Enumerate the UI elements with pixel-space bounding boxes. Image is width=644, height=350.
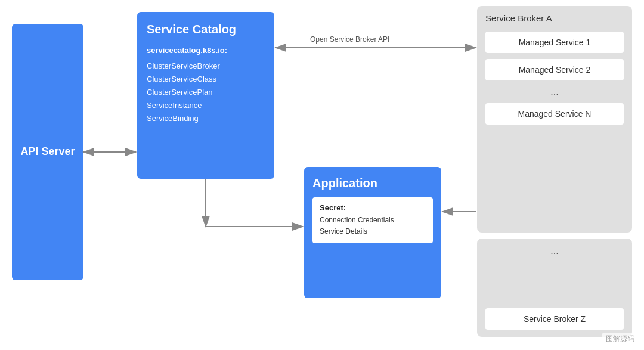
catalog-item-2: ClusterServiceClass xyxy=(147,73,265,86)
service-broker-a-area: Service Broker A Managed Service 1 Manag… xyxy=(477,6,632,233)
managed-service-dots: ... xyxy=(485,86,624,97)
service-catalog-items: ClusterServiceBroker ClusterServiceClass… xyxy=(147,60,265,125)
api-server-box: API Server xyxy=(12,24,83,280)
broker-bottom-dots: ... xyxy=(485,246,624,256)
secret-label: Secret: xyxy=(320,203,426,212)
secret-item-1: Connection Credentials xyxy=(320,215,426,226)
catalog-item-3: ClusterServicePlan xyxy=(147,86,265,99)
catalog-item-4: ServiceInstance xyxy=(147,99,265,112)
broker-bottom-area: ... Service Broker Z xyxy=(477,239,632,337)
catalog-item-5: ServiceBinding xyxy=(147,112,265,125)
application-title: Application xyxy=(312,176,433,190)
secret-items: Connection Credentials Service Details xyxy=(320,215,426,237)
application-box: Application Secret: Connection Credentia… xyxy=(304,167,441,298)
managed-service-2: Managed Service 2 xyxy=(485,59,624,80)
service-broker-a-title: Service Broker A xyxy=(485,13,624,23)
open-service-broker-label: Open Service Broker API xyxy=(310,35,389,44)
managed-service-n: Managed Service N xyxy=(485,103,624,125)
managed-service-1: Managed Service 1 xyxy=(485,32,624,53)
diagram-container: API Server Service Catalog servicecatalo… xyxy=(0,0,644,350)
catalog-item-1: ClusterServiceBroker xyxy=(147,60,265,73)
service-catalog-box: Service Catalog servicecatalog.k8s.io: C… xyxy=(137,12,274,179)
api-server-label: API Server xyxy=(20,145,75,159)
watermark: 图解源码 xyxy=(602,333,638,345)
secret-box: Secret: Connection Credentials Service D… xyxy=(312,197,433,243)
broker-z-item: Service Broker Z xyxy=(485,308,624,330)
service-catalog-title: Service Catalog xyxy=(147,23,265,36)
secret-item-2: Service Details xyxy=(320,226,426,237)
service-catalog-subtitle: servicecatalog.k8s.io: xyxy=(147,46,265,55)
